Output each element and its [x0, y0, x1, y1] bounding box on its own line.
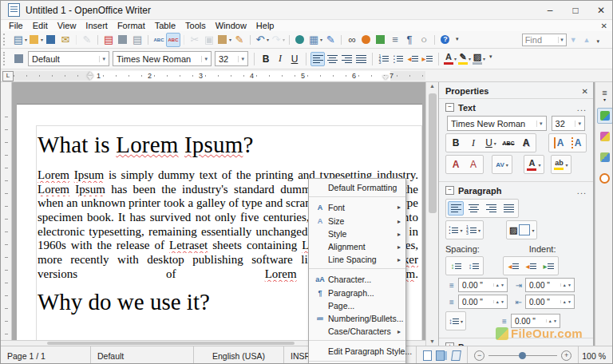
menu-item-numbering-bullets[interactable]: ≔ Numbering/Bullets... ▸ — [309, 312, 405, 325]
insert-table-button[interactable]: ▦ ▾ — [307, 33, 323, 47]
spin-arrows-icon[interactable]: ▲ ▼ — [560, 283, 573, 287]
scroll-down-icon[interactable]: ▼ — [429, 338, 435, 346]
align-right-button[interactable] — [339, 52, 354, 66]
font-color-button[interactable]: A▾ — [443, 52, 457, 66]
styles-button[interactable] — [12, 52, 26, 66]
menu-item-font[interactable]: A Font ▸ — [309, 196, 405, 215]
tab-stop-selector[interactable]: L — [2, 71, 14, 81]
menu-item-paragraph[interactable]: ¶ Paragraph... ▸ — [309, 287, 405, 299]
zoom-out-icon[interactable]: − — [474, 350, 484, 361]
tab-gallery[interactable] — [597, 129, 613, 144]
menu-file[interactable]: File — [4, 21, 28, 30]
vertical-scrollbar[interactable]: ▲ ▼ — [425, 82, 438, 346]
menu-help[interactable]: Help — [251, 21, 279, 30]
scrollbar-thumb[interactable] — [47, 342, 295, 345]
horizontal-ruler[interactable]: 1 2 3 4 5 6 7 — [14, 71, 425, 81]
dropdown-arrow-icon[interactable]: ▾ — [461, 318, 463, 324]
bold-button[interactable]: B — [259, 52, 273, 66]
collapse-icon[interactable]: − — [445, 103, 454, 112]
tab-clipart[interactable] — [597, 149, 613, 165]
more-options-icon[interactable]: ... — [577, 186, 587, 196]
multi-page-view-button[interactable] — [436, 350, 445, 361]
scroll-up-icon[interactable]: ▲ — [429, 82, 435, 90]
panel-italic-button[interactable]: I — [465, 136, 481, 150]
chevron-down-icon[interactable]: ▾ — [238, 56, 244, 62]
gallery-button[interactable]: ▾ — [374, 33, 388, 47]
find-next-icon[interactable]: ▼ — [570, 36, 577, 44]
menu-item-edit-paragraph-style[interactable]: Edit Paragraph Style... ▸ — [309, 340, 405, 358]
underline-button[interactable]: U — [287, 52, 302, 66]
menu-format[interactable]: Format — [113, 21, 150, 30]
dropdown-arrow-icon[interactable]: ▾ — [25, 37, 27, 42]
dropdown-arrow-icon[interactable]: ▾ — [494, 140, 496, 146]
scrollbar-thumb[interactable] — [429, 93, 437, 213]
dropdown-arrow-icon[interactable]: ▾ — [320, 37, 322, 42]
decrease-spacing-char-button[interactable]: A — [568, 136, 584, 150]
panel-align-center-button[interactable] — [465, 201, 481, 216]
panel-highlighting-button[interactable]: ab▾ — [553, 157, 569, 172]
right-indent-marker[interactable] — [382, 76, 389, 80]
dropdown-arrow-icon[interactable]: ▾ — [41, 37, 43, 42]
language-field[interactable]: English (USA) — [194, 346, 284, 364]
paste-button[interactable]: ▾ — [216, 33, 232, 47]
chevron-down-icon[interactable]: ▾ — [575, 121, 581, 127]
after-indent-spinbox[interactable]: 0.00 "▲ ▼ — [525, 295, 575, 309]
page-style-field[interactable]: Default — [91, 346, 194, 364]
vertical-ruler[interactable] — [1, 82, 12, 346]
dropdown-arrow-icon[interactable]: ▾ — [532, 228, 534, 233]
navigator-button[interactable]: ▾ — [359, 33, 374, 47]
zoom-button[interactable]: ○ ▾ — [417, 33, 431, 47]
font-name-combobox[interactable]: Times New Roman ▾ — [113, 51, 212, 66]
toolbar-overflow-icon[interactable]: ▾ — [489, 53, 492, 60]
help-button[interactable]: ? ▾ — [438, 33, 453, 47]
toolbar-overflow-icon[interactable]: ▾ — [596, 38, 599, 45]
menu-item-alignment[interactable]: Alignment ▸ — [309, 240, 405, 253]
dropdown-arrow-icon[interactable]: ▾ — [283, 37, 285, 42]
chevron-down-icon[interactable]: ▾ — [201, 56, 208, 62]
minimize-button[interactable]: – — [537, 1, 563, 19]
dropdown-arrow-icon[interactable]: ▾ — [229, 37, 231, 42]
spin-arrows-icon[interactable]: ▲ ▼ — [560, 300, 573, 303]
highlighting-button[interactable]: ✎▾ — [457, 52, 472, 66]
spin-arrows-icon[interactable]: ▲ ▼ — [546, 319, 559, 322]
decrease-indent-button[interactable]: ◂ — [405, 52, 420, 66]
menu-item-paste[interactable]: ▰ Paste ▸ — [309, 361, 405, 364]
autospellcheck-button[interactable]: ABC ▾ — [166, 33, 180, 47]
panel-font-size-combobox[interactable]: 32 ▾ — [552, 116, 585, 131]
menu-tools[interactable]: Tools — [180, 21, 211, 30]
menu-item-character[interactable]: aA Character... ▸ — [309, 268, 405, 287]
spin-arrows-icon[interactable]: ▲ ▼ — [493, 283, 506, 287]
save-button[interactable]: ▾ — [44, 33, 58, 47]
toolbar-grip[interactable] — [3, 52, 9, 66]
panel-increase-indent-button[interactable]: ◂ — [505, 259, 521, 273]
toolbar-grip[interactable] — [3, 34, 9, 46]
copy-button[interactable]: ▣ ▾ — [202, 33, 216, 47]
panel-decrease-indent-button[interactable]: ◂ — [523, 259, 539, 273]
dropdown-arrow-icon[interactable]: ▾ — [469, 56, 471, 61]
zoom-slider[interactable] — [488, 355, 557, 356]
subscript-button[interactable]: A — [465, 157, 481, 172]
numbering-button[interactable]: 1 2 3 — [377, 52, 391, 66]
menu-insert[interactable]: Insert — [81, 21, 113, 30]
below-spacing-spinbox[interactable]: 0.00 "▲ ▼ — [458, 295, 508, 309]
tab-navigator[interactable] — [597, 170, 613, 186]
left-indent-marker[interactable] — [87, 76, 93, 80]
character-spacing-button[interactable]: AV▾ — [494, 157, 510, 172]
dropdown-arrow-icon[interactable]: ▾ — [478, 228, 481, 233]
dropdown-arrow-icon[interactable]: ▾ — [506, 162, 508, 168]
before-indent-spinbox[interactable]: 0.00 "▲ ▼ — [525, 278, 575, 292]
menu-item-style[interactable]: Style ▸ — [309, 228, 405, 240]
book-view-button[interactable] — [451, 350, 461, 361]
menu-item-line-spacing[interactable]: Line Spacing ▸ — [309, 253, 405, 266]
increase-indent-button[interactable]: ▸ — [420, 52, 434, 66]
single-page-view-button[interactable] — [423, 350, 432, 361]
find-input[interactable]: Find ▾ — [522, 34, 567, 46]
background-color-button[interactable]: ▨▾ — [472, 52, 486, 66]
spin-arrows-icon[interactable]: ▲ ▼ — [493, 300, 506, 303]
align-justify-button[interactable] — [354, 52, 368, 66]
collapse-icon[interactable]: − — [445, 186, 454, 195]
chevron-down-icon[interactable]: ▾ — [558, 37, 564, 43]
panel-align-justify-button[interactable] — [500, 201, 516, 216]
data-sources-button[interactable]: ≡ ▾ — [388, 33, 402, 47]
edit-file-button[interactable]: ✎ ▾ — [80, 33, 94, 47]
